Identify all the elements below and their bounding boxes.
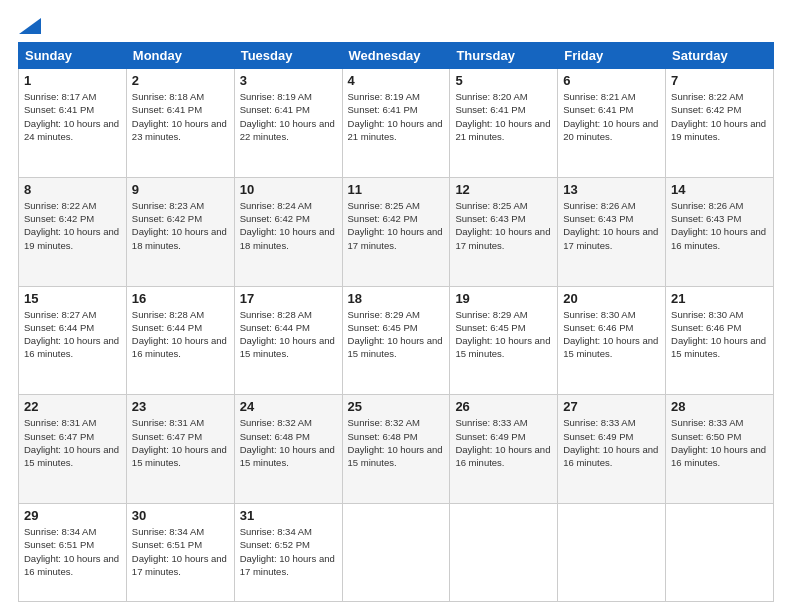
sunrise-label: Sunrise: 8:27 AM	[24, 309, 96, 320]
day-number: 28	[671, 399, 768, 414]
calendar-cell: 20 Sunrise: 8:30 AM Sunset: 6:46 PM Dayl…	[558, 286, 666, 395]
calendar-cell: 21 Sunrise: 8:30 AM Sunset: 6:46 PM Dayl…	[666, 286, 774, 395]
cell-info: Sunrise: 8:22 AM Sunset: 6:42 PM Dayligh…	[24, 199, 121, 252]
sunrise-label: Sunrise: 8:32 AM	[240, 417, 312, 428]
cell-info: Sunrise: 8:26 AM Sunset: 6:43 PM Dayligh…	[671, 199, 768, 252]
calendar-cell: 12 Sunrise: 8:25 AM Sunset: 6:43 PM Dayl…	[450, 177, 558, 286]
cell-info: Sunrise: 8:33 AM Sunset: 6:49 PM Dayligh…	[563, 416, 660, 469]
day-number: 16	[132, 291, 229, 306]
sunset-label: Sunset: 6:43 PM	[455, 213, 525, 224]
day-number: 12	[455, 182, 552, 197]
sunset-label: Sunset: 6:42 PM	[132, 213, 202, 224]
sunset-label: Sunset: 6:44 PM	[240, 322, 310, 333]
sunset-label: Sunset: 6:43 PM	[671, 213, 741, 224]
daylight-label: Daylight: 10 hours and 18 minutes.	[132, 226, 227, 250]
sunrise-label: Sunrise: 8:17 AM	[24, 91, 96, 102]
daylight-label: Daylight: 10 hours and 24 minutes.	[24, 118, 119, 142]
calendar-cell: 7 Sunrise: 8:22 AM Sunset: 6:42 PM Dayli…	[666, 69, 774, 178]
header	[18, 18, 774, 34]
sunrise-label: Sunrise: 8:33 AM	[671, 417, 743, 428]
logo	[18, 18, 42, 34]
day-number: 1	[24, 73, 121, 88]
cell-info: Sunrise: 8:27 AM Sunset: 6:44 PM Dayligh…	[24, 308, 121, 361]
cell-info: Sunrise: 8:25 AM Sunset: 6:43 PM Dayligh…	[455, 199, 552, 252]
calendar-week-row: 29 Sunrise: 8:34 AM Sunset: 6:51 PM Dayl…	[19, 504, 774, 602]
sunset-label: Sunset: 6:51 PM	[132, 539, 202, 550]
calendar-cell: 3 Sunrise: 8:19 AM Sunset: 6:41 PM Dayli…	[234, 69, 342, 178]
cell-info: Sunrise: 8:32 AM Sunset: 6:48 PM Dayligh…	[240, 416, 337, 469]
sunrise-label: Sunrise: 8:30 AM	[671, 309, 743, 320]
header-wednesday: Wednesday	[342, 43, 450, 69]
calendar-cell: 29 Sunrise: 8:34 AM Sunset: 6:51 PM Dayl…	[19, 504, 127, 602]
cell-info: Sunrise: 8:33 AM Sunset: 6:50 PM Dayligh…	[671, 416, 768, 469]
sunset-label: Sunset: 6:48 PM	[348, 431, 418, 442]
calendar-cell: 15 Sunrise: 8:27 AM Sunset: 6:44 PM Dayl…	[19, 286, 127, 395]
daylight-label: Daylight: 10 hours and 16 minutes.	[563, 444, 658, 468]
cell-info: Sunrise: 8:28 AM Sunset: 6:44 PM Dayligh…	[132, 308, 229, 361]
daylight-label: Daylight: 10 hours and 22 minutes.	[240, 118, 335, 142]
calendar-cell	[666, 504, 774, 602]
sunrise-label: Sunrise: 8:25 AM	[348, 200, 420, 211]
calendar-cell: 8 Sunrise: 8:22 AM Sunset: 6:42 PM Dayli…	[19, 177, 127, 286]
day-number: 9	[132, 182, 229, 197]
calendar-cell: 11 Sunrise: 8:25 AM Sunset: 6:42 PM Dayl…	[342, 177, 450, 286]
sunrise-label: Sunrise: 8:28 AM	[240, 309, 312, 320]
day-number: 7	[671, 73, 768, 88]
cell-info: Sunrise: 8:31 AM Sunset: 6:47 PM Dayligh…	[132, 416, 229, 469]
calendar-week-row: 15 Sunrise: 8:27 AM Sunset: 6:44 PM Dayl…	[19, 286, 774, 395]
calendar-cell: 24 Sunrise: 8:32 AM Sunset: 6:48 PM Dayl…	[234, 395, 342, 504]
header-saturday: Saturday	[666, 43, 774, 69]
day-number: 6	[563, 73, 660, 88]
calendar-cell	[558, 504, 666, 602]
daylight-label: Daylight: 10 hours and 16 minutes.	[24, 335, 119, 359]
sunrise-label: Sunrise: 8:21 AM	[563, 91, 635, 102]
daylight-label: Daylight: 10 hours and 16 minutes.	[671, 444, 766, 468]
sunset-label: Sunset: 6:42 PM	[240, 213, 310, 224]
sunrise-label: Sunrise: 8:24 AM	[240, 200, 312, 211]
cell-info: Sunrise: 8:29 AM Sunset: 6:45 PM Dayligh…	[455, 308, 552, 361]
cell-info: Sunrise: 8:29 AM Sunset: 6:45 PM Dayligh…	[348, 308, 445, 361]
calendar-header-row: Sunday Monday Tuesday Wednesday Thursday…	[19, 43, 774, 69]
calendar-cell: 13 Sunrise: 8:26 AM Sunset: 6:43 PM Dayl…	[558, 177, 666, 286]
calendar-cell: 16 Sunrise: 8:28 AM Sunset: 6:44 PM Dayl…	[126, 286, 234, 395]
sunset-label: Sunset: 6:45 PM	[455, 322, 525, 333]
day-number: 29	[24, 508, 121, 523]
day-number: 8	[24, 182, 121, 197]
cell-info: Sunrise: 8:25 AM Sunset: 6:42 PM Dayligh…	[348, 199, 445, 252]
calendar-cell: 18 Sunrise: 8:29 AM Sunset: 6:45 PM Dayl…	[342, 286, 450, 395]
calendar-table: Sunday Monday Tuesday Wednesday Thursday…	[18, 42, 774, 602]
sunrise-label: Sunrise: 8:29 AM	[455, 309, 527, 320]
sunrise-label: Sunrise: 8:20 AM	[455, 91, 527, 102]
day-number: 2	[132, 73, 229, 88]
daylight-label: Daylight: 10 hours and 15 minutes.	[132, 444, 227, 468]
sunrise-label: Sunrise: 8:30 AM	[563, 309, 635, 320]
day-number: 4	[348, 73, 445, 88]
cell-info: Sunrise: 8:19 AM Sunset: 6:41 PM Dayligh…	[348, 90, 445, 143]
sunset-label: Sunset: 6:44 PM	[132, 322, 202, 333]
daylight-label: Daylight: 10 hours and 16 minutes.	[132, 335, 227, 359]
calendar-cell: 30 Sunrise: 8:34 AM Sunset: 6:51 PM Dayl…	[126, 504, 234, 602]
daylight-label: Daylight: 10 hours and 15 minutes.	[24, 444, 119, 468]
cell-info: Sunrise: 8:19 AM Sunset: 6:41 PM Dayligh…	[240, 90, 337, 143]
sunrise-label: Sunrise: 8:22 AM	[671, 91, 743, 102]
cell-info: Sunrise: 8:21 AM Sunset: 6:41 PM Dayligh…	[563, 90, 660, 143]
daylight-label: Daylight: 10 hours and 23 minutes.	[132, 118, 227, 142]
sunrise-label: Sunrise: 8:34 AM	[24, 526, 96, 537]
daylight-label: Daylight: 10 hours and 15 minutes.	[348, 335, 443, 359]
daylight-label: Daylight: 10 hours and 17 minutes.	[132, 553, 227, 577]
sunrise-label: Sunrise: 8:26 AM	[671, 200, 743, 211]
cell-info: Sunrise: 8:20 AM Sunset: 6:41 PM Dayligh…	[455, 90, 552, 143]
calendar-cell: 5 Sunrise: 8:20 AM Sunset: 6:41 PM Dayli…	[450, 69, 558, 178]
sunrise-label: Sunrise: 8:25 AM	[455, 200, 527, 211]
calendar-cell	[450, 504, 558, 602]
sunrise-label: Sunrise: 8:31 AM	[24, 417, 96, 428]
calendar-cell: 14 Sunrise: 8:26 AM Sunset: 6:43 PM Dayl…	[666, 177, 774, 286]
day-number: 17	[240, 291, 337, 306]
day-number: 19	[455, 291, 552, 306]
calendar-cell: 4 Sunrise: 8:19 AM Sunset: 6:41 PM Dayli…	[342, 69, 450, 178]
cell-info: Sunrise: 8:23 AM Sunset: 6:42 PM Dayligh…	[132, 199, 229, 252]
daylight-label: Daylight: 10 hours and 15 minutes.	[455, 335, 550, 359]
header-sunday: Sunday	[19, 43, 127, 69]
cell-info: Sunrise: 8:28 AM Sunset: 6:44 PM Dayligh…	[240, 308, 337, 361]
sunrise-label: Sunrise: 8:32 AM	[348, 417, 420, 428]
